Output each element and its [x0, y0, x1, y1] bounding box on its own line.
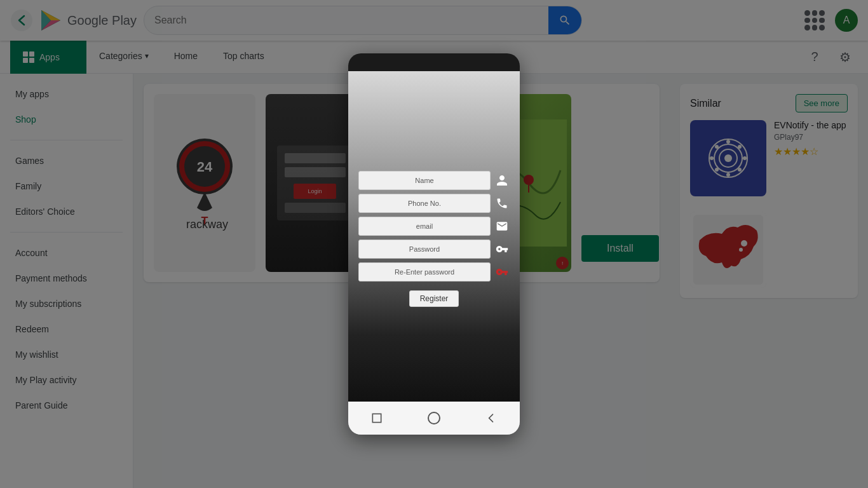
key2-icon [494, 264, 510, 280]
person-svg [496, 174, 508, 187]
person-icon [494, 173, 510, 188]
registration-form: Name Phone No. [358, 171, 510, 307]
phone-top-bar [348, 53, 520, 71]
register-button[interactable]: Register [409, 290, 459, 307]
phone-modal: Name Phone No. [348, 53, 520, 435]
reenter-password-row: Re-Enter password [358, 262, 510, 281]
email-label: email [416, 222, 433, 230]
phone-icon [494, 196, 510, 211]
key-svg [496, 243, 508, 255]
phone-home-btn[interactable] [425, 409, 443, 427]
email-input[interactable]: email [358, 217, 491, 236]
phone-screen: Name Phone No. [348, 71, 520, 402]
name-label: Name [415, 177, 433, 184]
phone-svg [496, 197, 508, 210]
name-row: Name [358, 171, 510, 190]
password-input[interactable]: Password [358, 240, 491, 259]
phone-back-btn[interactable] [482, 409, 500, 427]
reenter-password-label: Re-Enter password [395, 268, 454, 276]
password-label: Password [409, 245, 440, 253]
svg-rect-24 [372, 414, 381, 422]
email-svg [496, 220, 508, 233]
phone-bottom-bar [348, 402, 520, 435]
reenter-password-input[interactable]: Re-Enter password [358, 262, 491, 281]
modal-overlay[interactable]: Name Phone No. [0, 0, 868, 488]
email-icon [494, 219, 510, 234]
email-row: email [358, 217, 510, 236]
name-input[interactable]: Name [358, 171, 491, 190]
back-icon [485, 412, 498, 424]
key-icon [494, 241, 510, 257]
phone-square-btn[interactable] [368, 409, 386, 427]
square-icon [370, 412, 383, 424]
phone-label: Phone No. [408, 200, 441, 207]
home-circle-icon [428, 412, 440, 424]
key2-svg [496, 266, 508, 278]
phone-row: Phone No. [358, 194, 510, 213]
phone-input[interactable]: Phone No. [358, 194, 491, 213]
password-row: Password [358, 240, 510, 259]
